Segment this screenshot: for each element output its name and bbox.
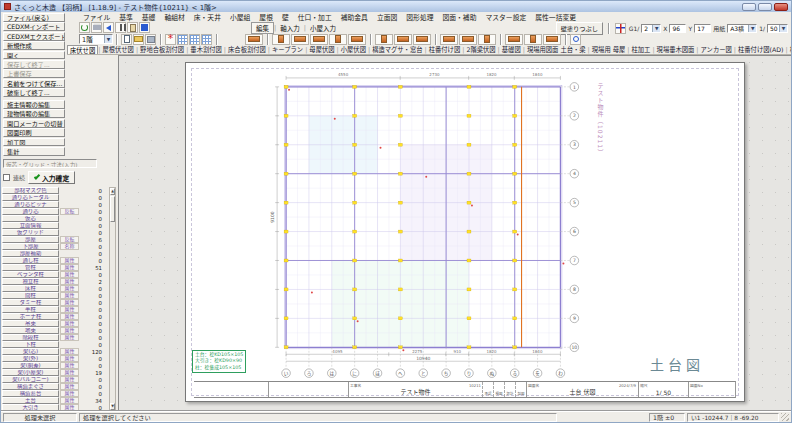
edit-tab-3[interactable]: 小屋入力 [306, 23, 340, 33]
attr-link[interactable]: 属性 [60, 299, 79, 305]
swap-icon[interactable] [115, 22, 126, 33]
doc-tab-18[interactable]: 柱番付け図(AD) [736, 45, 786, 54]
sidebar-tool-button-2[interactable]: 建物情報の編集 [3, 109, 65, 118]
member-row-label[interactable]: 部屋 [2, 236, 59, 242]
member-row-label[interactable]: 吊束 [2, 320, 59, 326]
edit-tab-1[interactable]: 編集 [251, 22, 274, 34]
grid-dots-icon[interactable] [189, 34, 200, 45]
attr-link[interactable]: 属性 [60, 369, 79, 375]
member-row-label[interactable]: 通り芯ピッチ [2, 201, 59, 207]
doc-tab-10[interactable]: 柱番付け図 [427, 45, 462, 54]
sidebar-button-8[interactable]: 名前をつけて保存... [3, 79, 65, 88]
member-row-label[interactable]: 梁(小屋梁) [2, 369, 59, 375]
member-tool-icon-8[interactable] [394, 34, 412, 45]
attr-link[interactable]: 属性 [60, 390, 79, 396]
member-row-label[interactable]: 通り芯トータル [2, 194, 59, 200]
scroll-down-icon[interactable]: ▼ [110, 403, 115, 410]
member-row-label[interactable]: 土台 [2, 397, 59, 403]
member-row-label[interactable]: 階段柱 [2, 334, 59, 340]
menu-item-6[interactable]: 小屋組 [230, 12, 250, 22]
menu-item-9[interactable]: 仕口・加工 [298, 12, 332, 22]
member-row-label[interactable]: 独立柱 [2, 278, 59, 284]
open-folder-icon[interactable] [133, 34, 144, 45]
menu-item-7[interactable]: 屋根 [259, 12, 273, 22]
member-row-label[interactable]: 部材マスク色 [2, 187, 59, 193]
member-row-label[interactable]: 地束 [2, 327, 59, 333]
member-row-label[interactable]: 管柱 [2, 264, 59, 270]
attr-link[interactable]: 属性 [60, 362, 79, 368]
member-row-label[interactable]: 部屋補助 [2, 250, 59, 256]
clipboard-icon[interactable] [127, 22, 138, 33]
attr-link[interactable]: 属性 [60, 320, 79, 326]
chevron-down-icon[interactable] [748, 25, 756, 32]
confirm-input-button[interactable]: 入力確定 [28, 171, 75, 184]
attr-link[interactable]: 属性 [60, 334, 79, 340]
member-tool-icon-5[interactable] [329, 34, 347, 45]
menu-item-2[interactable]: 基準 [119, 12, 133, 22]
grid-frame-icon[interactable] [201, 34, 212, 45]
sidebar-tool-button-6[interactable]: 集計 [3, 147, 65, 156]
member-row-label[interactable]: 仮グリッド [2, 229, 59, 235]
doc-tab-8[interactable]: 小屋伏図 [339, 45, 368, 54]
member-tool-icon-15[interactable] [543, 34, 561, 45]
sidebar-button-1[interactable]: ファイル(戻る) [3, 13, 65, 22]
doc-tab-9[interactable]: 構造マグサ・窓台 [370, 45, 424, 54]
doc-tab-12[interactable]: 基礎図 [500, 45, 523, 54]
sidebar-tool-button-5[interactable]: 加工図 [3, 138, 65, 147]
member-row-label[interactable]: 梁(芯) [2, 348, 59, 354]
member-tool-icon-4[interactable] [310, 34, 328, 45]
member-row-label[interactable]: 立面情報 [2, 222, 59, 228]
attr-link[interactable]: 属性 [60, 257, 79, 263]
member-row-label[interactable]: 下部屋 [2, 243, 59, 249]
sidebar-button-2[interactable]: CEDXMインポート [3, 22, 65, 31]
drawing-sheet[interactable]: 4550273018201840409522759101820184010940… [185, 62, 745, 402]
member-row-label[interactable]: ベランダ柱 [2, 271, 59, 277]
scroll-up-icon[interactable]: ▲ [110, 188, 115, 195]
attr-link[interactable]: 属性 [60, 383, 79, 389]
doc-tab-2[interactable]: 屋根伏せ図 [100, 45, 135, 54]
member-row-label[interactable]: 半柱 [2, 306, 59, 312]
member-row-label[interactable]: ダミー柱 [2, 299, 59, 305]
new-file-icon[interactable] [121, 34, 132, 45]
menu-item-11[interactable]: 立面図 [377, 12, 397, 22]
sidebar-button-9[interactable]: 破棄して終了... [3, 88, 65, 97]
zoom-tool-icon[interactable] [570, 34, 581, 45]
doc-tab-6[interactable]: キープラン [270, 45, 305, 54]
sidebar-tool-button-4[interactable]: 図面印刷 [3, 128, 65, 137]
member-row-label[interactable]: 構造まぐさ [2, 383, 59, 389]
member-tool-icon-3[interactable] [291, 34, 309, 45]
save-icon[interactable] [145, 34, 156, 45]
doc-tab-15[interactable]: 柱加工 [629, 45, 652, 54]
sidebar-button-5[interactable]: 開く [3, 51, 65, 60]
doc-tab-1[interactable]: 床伏せ図 [67, 45, 98, 55]
doc-tab-17[interactable]: アンカー図 [699, 45, 734, 54]
close-button[interactable] [774, 3, 788, 11]
member-row-label[interactable]: 下柱 [2, 341, 59, 347]
member-row-label[interactable]: 大引き [2, 404, 59, 410]
member-tool-icon-14[interactable] [524, 34, 542, 45]
member-row-label[interactable]: 仮芯 [2, 215, 59, 221]
attr-link[interactable]: 属性 [60, 278, 79, 284]
attr-link[interactable]: 属性 [60, 271, 79, 277]
attr-link[interactable]: 名称 [60, 243, 79, 249]
member-tool-icon-1[interactable] [245, 34, 263, 45]
attr-link[interactable]: 反転 [60, 208, 79, 214]
doc-tab-19[interactable]: 柱番付け図(A柱も) [788, 45, 791, 54]
doc-tab-5[interactable]: 床合板割付図 [226, 45, 268, 54]
marker-icon[interactable] [165, 34, 176, 45]
floor-select[interactable]: 1階 [79, 34, 113, 44]
y-value-field[interactable]: 17 [694, 24, 711, 33]
attr-link[interactable]: 属性 [60, 292, 79, 298]
member-row-label[interactable]: 梁(外) [2, 355, 59, 361]
member-tool-icon-11[interactable] [459, 34, 477, 45]
member-row-label[interactable]: 間柱 [2, 292, 59, 298]
sidebar-button-3[interactable]: CEDXMエクスポート [3, 32, 65, 41]
doc-tab-4[interactable]: 垂木割付図 [188, 45, 223, 54]
crosshair-icon[interactable] [615, 23, 626, 34]
doc-tab-7[interactable]: 母屋伏図 [307, 45, 336, 54]
attr-link[interactable]: 属性 [60, 313, 79, 319]
print-icon[interactable] [91, 22, 102, 33]
doc-tab-16[interactable]: 現場垂木図面 [655, 45, 697, 54]
menu-item-8[interactable]: 壁 [282, 12, 289, 22]
menu-item-14[interactable]: マスター設定 [485, 12, 526, 22]
